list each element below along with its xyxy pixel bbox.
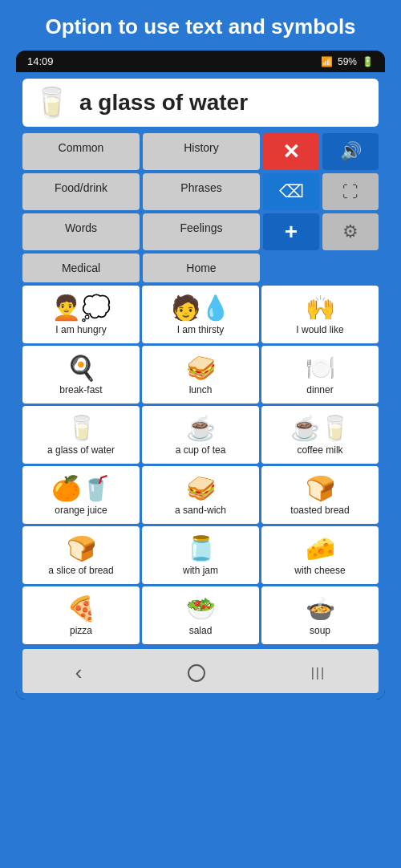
nav-bar: ‹ ||| [22,649,379,693]
header-title: Option to use text and symbols [16,14,385,39]
battery-full-icon: 🔋 [362,56,374,67]
status-bar: 14:09 📶 59% 🔋 [16,51,385,72]
phone-frame: 14:09 📶 59% 🔋 🥛 a glass of water Common … [16,51,385,700]
toasted-bread-icon: 🍞 [306,475,335,501]
cat-phrases[interactable]: Phrases [143,173,260,210]
symbol-hungry[interactable]: 🧑‍🦱💭 I am hungry [22,286,140,343]
cat-history[interactable]: History [143,133,260,170]
breakfast-icon: 🍳 [67,355,96,381]
symbol-soup[interactable]: 🍲 soup [261,586,379,644]
symbol-tea[interactable]: ☕ a cup of tea [142,406,259,464]
lunch-icon: 🥪 [186,355,216,381]
cat-food[interactable]: Food/drink [22,173,140,210]
symbol-breakfast[interactable]: 🍳 break-fast [22,346,140,404]
pizza-icon: 🍕 [67,595,96,622]
gear-button[interactable]: ⚙ [322,213,379,250]
symbol-orange-juice[interactable]: 🍊🥤 orange juice [22,466,140,524]
output-bar: 🥛 a glass of water [22,79,379,127]
salad-icon: 🥗 [186,595,216,622]
slice-bread-label: a slice of bread [48,565,113,576]
wifi-icon: 📶 [321,56,333,67]
cat-home[interactable]: Home [143,254,260,282]
symbol-sandwich[interactable]: 🥪 a sand-wich [142,466,259,524]
slice-bread-icon: 🍞 [67,535,96,562]
soup-icon: 🍲 [306,595,335,622]
plus-button[interactable]: + [263,213,319,250]
pizza-label: pizza [70,625,92,636]
cat-words[interactable]: Words [22,213,140,250]
water-icon: 🥛 [67,415,96,441]
symbol-pizza[interactable]: 🍕 pizza [22,586,140,644]
symbol-lunch[interactable]: 🥪 lunch [142,346,259,404]
would-like-icon: 🙌 [306,294,335,321]
back-nav[interactable]: ‹ [75,660,83,685]
home-nav[interactable] [188,664,205,682]
jam-icon: 🫙 [186,535,216,562]
symbol-water[interactable]: 🥛 a glass of water [22,406,140,464]
thirsty-label: I am thirsty [177,324,225,335]
cheese-label: with cheese [294,565,345,576]
orange-juice-icon: 🍊🥤 [51,475,111,501]
coffee-icon: ☕🥛 [290,415,350,441]
lunch-label: lunch [189,384,213,395]
toasted-bread-label: toasted bread [290,505,349,516]
backspace-button[interactable]: ⌫ [263,173,319,210]
cat-common[interactable]: Common [22,133,140,170]
cat-feelings[interactable]: Feelings [143,213,260,250]
jam-label: with jam [183,565,218,576]
output-text: a glass of water [79,90,248,116]
battery-icon: 59% [338,56,357,67]
water-label: a glass of water [47,444,115,456]
tea-icon: ☕ [186,415,216,441]
close-button[interactable]: ✕ [263,133,319,170]
app-screen: 🥛 a glass of water Common History ✕ 🔊 Fo… [16,72,385,700]
speaker-button[interactable]: 🔊 [322,133,379,170]
hungry-label: I am hungry [55,324,106,335]
salad-label: salad [189,625,213,636]
symbol-cheese[interactable]: 🧀 with cheese [261,526,379,584]
status-time: 14:09 [27,55,54,67]
would-like-label: I would like [296,324,343,335]
status-icons: 📶 59% 🔋 [321,56,374,67]
thirsty-icon: 🧑💧 [171,294,230,321]
tea-label: a cup of tea [176,444,226,456]
symbol-thirsty[interactable]: 🧑💧 I am thirsty [142,286,259,343]
symbol-jam[interactable]: 🫙 with jam [142,526,259,584]
symbol-coffee[interactable]: ☕🥛 coffee milk [261,406,379,464]
dinner-label: dinner [306,384,333,395]
menu-nav[interactable]: ||| [311,666,326,680]
symbol-grid: 🧑‍🦱💭 I am hungry 🧑💧 I am thirsty 🙌 I wou… [22,286,379,644]
coffee-label: coffee milk [297,444,342,456]
cat-medical[interactable]: Medical [22,254,140,282]
symbol-toasted-bread[interactable]: 🍞 toasted bread [261,466,379,524]
sandwich-icon: 🥪 [186,475,216,501]
cheese-icon: 🧀 [306,535,335,562]
orange-juice-label: orange juice [55,505,107,516]
dinner-icon: 🍽️ [306,355,335,381]
expand-button[interactable]: ⛶ [322,173,379,210]
hungry-icon: 🧑‍🦱💭 [51,294,111,321]
symbol-salad[interactable]: 🥗 salad [142,586,259,644]
output-icon: 🥛 [34,88,70,117]
app-header: Option to use text and symbols [0,0,401,51]
symbol-slice-bread[interactable]: 🍞 a slice of bread [22,526,140,584]
breakfast-label: break-fast [59,384,102,395]
soup-label: soup [310,625,330,636]
sandwich-label: a sand-wich [175,505,226,516]
symbol-would-like[interactable]: 🙌 I would like [261,286,379,343]
symbol-dinner[interactable]: 🍽️ dinner [261,346,379,404]
